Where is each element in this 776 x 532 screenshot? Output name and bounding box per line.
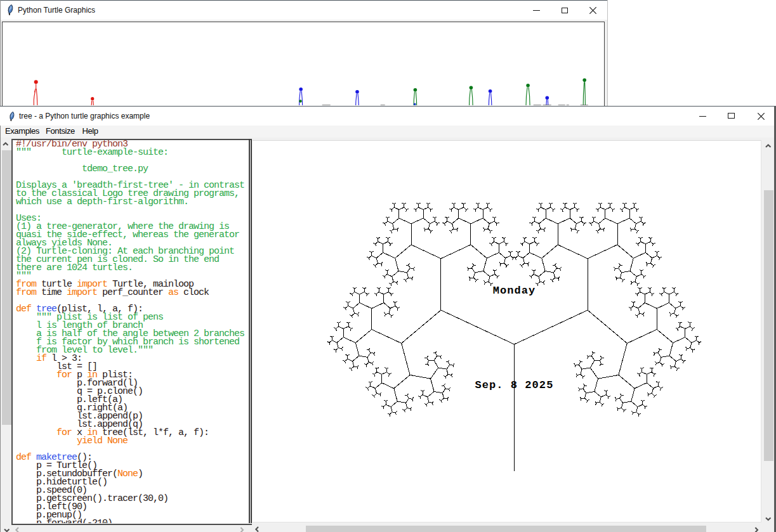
svg-text:Monday: Monday <box>493 285 536 297</box>
svg-text:Sep. 8 2025: Sep. 8 2025 <box>475 379 554 391</box>
